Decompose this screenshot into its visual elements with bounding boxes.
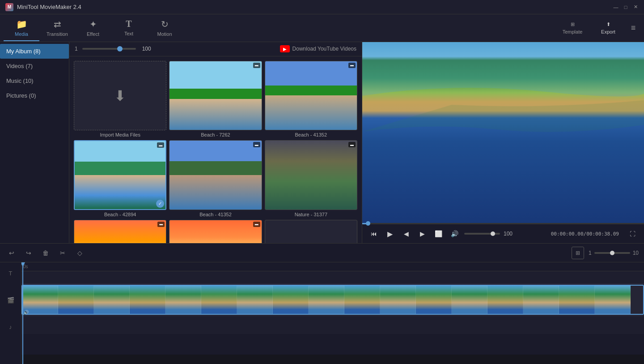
time-total: 00:00:38.09 xyxy=(586,231,619,237)
step-back-button[interactable]: ◀ xyxy=(400,227,412,240)
split-button[interactable]: ◇ xyxy=(73,247,86,259)
label-beach7262: Beach - 7262 xyxy=(169,132,262,137)
music-track xyxy=(21,334,644,355)
cut-button[interactable]: ✂ xyxy=(56,247,69,259)
timeline-zoom-thumb xyxy=(610,251,614,255)
sidebar-item-videos[interactable]: Videos (7) xyxy=(0,59,69,73)
video-frame-4 xyxy=(130,286,165,314)
timeline-tracks[interactable]: 0s xyxy=(21,262,644,364)
sidebar-item-pictures[interactable]: Pictures (0) xyxy=(0,88,69,103)
video-badge-sunrise30850: ▬ xyxy=(253,222,260,227)
import-thumb[interactable]: ⬇ xyxy=(74,61,166,130)
video-frame-13 xyxy=(452,286,487,314)
audio-indicator: 🔊 xyxy=(23,310,29,315)
zoom-value: 100 xyxy=(142,46,151,52)
effect-label: Effect xyxy=(87,31,99,37)
timeline-zoom-slider[interactable] xyxy=(594,252,630,254)
media-item-nature31377[interactable]: ▬ Nature - 31377 xyxy=(265,140,357,217)
play-button[interactable]: ▶ xyxy=(384,227,396,240)
video-frame-15 xyxy=(523,286,559,314)
media-item-beach7262[interactable]: ▬ Beach - 7262 xyxy=(169,61,262,137)
media-item-beach41352a[interactable]: ▬ Beach - 41352 xyxy=(265,61,357,137)
thumb-nature31377: ▬ xyxy=(265,140,357,210)
export-label: Export xyxy=(601,29,615,34)
rewind-button[interactable]: ⏮ xyxy=(368,227,380,240)
label-beach42894: Beach - 42894 xyxy=(74,212,166,217)
preview-progress-bar[interactable] xyxy=(362,223,644,224)
video-badge-nature31377: ▬ xyxy=(348,142,356,147)
video-frame-11 xyxy=(380,286,416,314)
app-title: MiniTool MovieMaker 2.4 xyxy=(17,4,81,10)
video-track: 🔊 xyxy=(21,284,644,316)
text-icon: T xyxy=(126,19,131,29)
media-item-sunrise30850[interactable]: ▬ Sunrise - 30850 xyxy=(169,220,262,243)
zoom-slider[interactable] xyxy=(82,48,136,50)
text-track-icon[interactable]: T xyxy=(5,268,16,278)
transition-icon: ⇄ xyxy=(54,19,61,30)
fullscreen-button[interactable]: ⛶ xyxy=(626,227,639,240)
video-frame-14 xyxy=(487,286,523,314)
video-frame-8 xyxy=(273,286,309,314)
maximize-button[interactable]: □ xyxy=(623,4,629,10)
delete-button[interactable]: 🗑 xyxy=(39,247,52,259)
label-nature31377: Nature - 31377 xyxy=(265,212,357,217)
toolbar-template-btn[interactable]: ⊞ Template xyxy=(555,15,590,41)
minimize-button[interactable]: — xyxy=(613,4,619,10)
toolbar-text-btn[interactable]: T Text xyxy=(111,15,147,41)
media-toolbar: 1 100 ▶ Download YouTube Videos xyxy=(69,42,362,56)
volume-value: 100 xyxy=(504,231,513,237)
undo-button[interactable]: ↩ xyxy=(5,247,18,259)
video-strip[interactable] xyxy=(21,285,644,315)
media-item-beach42894[interactable]: ▬ ✓ Beach - 42894 xyxy=(74,140,166,217)
tl-zoom-max: 10 xyxy=(633,250,639,256)
video-frame-10 xyxy=(344,286,380,314)
volume-thumb xyxy=(491,231,495,236)
preview-video xyxy=(362,42,644,223)
sidebar-item-my-album[interactable]: My Album (8) xyxy=(0,44,69,59)
preview-progress-thumb[interactable] xyxy=(366,221,370,226)
redo-button[interactable]: ↪ xyxy=(22,247,35,259)
main-area: My Album (8) Videos (7) Music (10) Pictu… xyxy=(0,42,644,243)
thumb-sunrise28975: ▬ xyxy=(74,220,166,243)
preview-panel: ⏮ ▶ ◀ ▶ ⬜ 🔊 100 00:00:00.00/00:00:38.09 … xyxy=(362,42,644,243)
yt-download-label: Download YouTube Videos xyxy=(292,46,356,52)
toolbar-export-btn[interactable]: ⬆ Export xyxy=(590,15,626,41)
label-beach41352b: Beach - 41352 xyxy=(169,212,262,217)
media-label: Media xyxy=(15,31,28,37)
preview-image xyxy=(362,42,644,223)
yt-download-btn[interactable]: ▶ Download YouTube Videos xyxy=(280,45,356,52)
toolbar-effect-btn[interactable]: ✦ Effect xyxy=(75,15,111,41)
media-item-sunrise28975[interactable]: ▬ Sunrise - 28975 xyxy=(74,220,166,243)
media-item-unit9[interactable]: ⏱ 09 Unit 5(9) xyxy=(265,220,357,243)
hamburger-menu-btn[interactable]: ≡ xyxy=(626,21,640,35)
transition-label: Transition xyxy=(47,31,68,37)
toolbar-transition-btn[interactable]: ⇄ Transition xyxy=(39,15,75,41)
layout-icon[interactable]: ⊞ xyxy=(572,247,584,259)
step-forward-button[interactable]: ▶ xyxy=(416,227,428,240)
music-track-icon[interactable]: ♪ xyxy=(5,321,16,332)
media-grid: ⬇ Import Media Files ▬ Beach - 7262 ▬ Be… xyxy=(69,56,362,243)
video-frame-17 xyxy=(595,286,631,314)
template-label: Template xyxy=(563,29,583,34)
video-track-icon[interactable]: 🎬 xyxy=(5,295,16,305)
motion-label: Motion xyxy=(157,31,172,37)
sidebar-item-music[interactable]: Music (10) xyxy=(0,73,69,88)
thumb-beach41352a: ▬ xyxy=(265,61,357,130)
label-beach41352a: Beach - 41352 xyxy=(265,132,357,137)
timeline-playhead[interactable] xyxy=(22,262,23,364)
close-button[interactable]: ✕ xyxy=(632,4,639,10)
crop-button[interactable]: ⬜ xyxy=(432,227,445,240)
timeline-ruler: 0s xyxy=(21,262,644,271)
video-frame-12 xyxy=(416,286,452,314)
selected-check-beach42894: ✓ xyxy=(156,200,164,208)
toolbar-media-btn[interactable]: 📁 Media xyxy=(4,15,39,41)
import-media-item[interactable]: ⬇ Import Media Files xyxy=(74,61,166,137)
video-badge-beach41352b: ▬ xyxy=(253,142,260,147)
video-badge-beach7262: ▬ xyxy=(253,63,260,68)
media-item-beach41352b[interactable]: ▬ Beach - 41352 xyxy=(169,140,262,217)
titlebar: M MiniTool MovieMaker 2.4 — □ ✕ xyxy=(0,0,644,14)
volume-button[interactable]: 🔊 xyxy=(448,227,461,240)
timeline-area: ↩ ↪ 🗑 ✂ ◇ ⊞ 1 10 T 🎬 ♪ 0s xyxy=(0,243,644,364)
toolbar-motion-btn[interactable]: ↻ Motion xyxy=(147,15,182,41)
volume-slider[interactable] xyxy=(464,233,500,235)
